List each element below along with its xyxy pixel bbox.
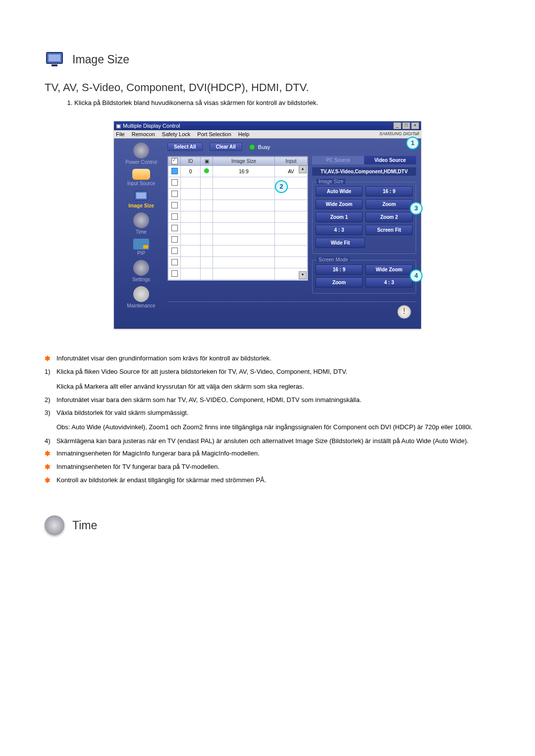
note-3a: Växla bildstorlek för vald skärm slumpmä… <box>56 408 490 418</box>
minimize-button[interactable]: _ <box>393 122 401 129</box>
menu-safety-lock[interactable]: Safety Lock <box>162 131 190 137</box>
screen-mode-group: 4 Screen Mode 16 : 9 Wide Zoom Zoom 4 : … <box>312 260 416 294</box>
input-source-icon <box>132 169 150 180</box>
sidebar-item-input-source[interactable]: Input Source <box>127 169 156 186</box>
row-checkbox[interactable] <box>171 202 178 208</box>
col-input[interactable]: Input <box>274 157 307 166</box>
row-checkbox[interactable] <box>171 168 178 174</box>
window-titlebar: ▣ Multiple Display Control _ □ × <box>114 121 421 130</box>
callout-3: 3 <box>410 202 423 215</box>
sidebar-item-settings[interactable]: Settings <box>132 260 150 282</box>
opt-wide-fit[interactable]: Wide Fit <box>316 238 365 248</box>
settings-icon <box>133 260 149 276</box>
col-checkbox[interactable] <box>168 157 181 166</box>
sidebar-item-image-size[interactable]: Image Size <box>128 190 154 208</box>
close-button[interactable]: × <box>411 122 419 129</box>
row-checkbox[interactable] <box>171 225 178 231</box>
table-row[interactable]: 0 16:9 AV <box>168 166 308 177</box>
window-controls: _ □ × <box>393 122 419 129</box>
info-icon[interactable]: ! <box>397 305 411 319</box>
busy-indicator: Busy <box>249 144 270 150</box>
video-source-label: TV,AV,S-Video,Component,HDMI,DTV <box>312 167 416 176</box>
opt-screen-fit[interactable]: Screen Fit <box>366 225 413 235</box>
note-star-2: Inmatningsenheten för MagicInfo fungerar… <box>56 449 490 459</box>
table-row[interactable] <box>168 257 308 268</box>
time-header: Time <box>45 515 490 535</box>
note-4: Skärmlägena kan bara justeras när en TV … <box>56 436 490 446</box>
num-bullet: 2) <box>45 395 53 405</box>
col-image-size[interactable]: Image Size <box>213 157 275 166</box>
clear-all-button[interactable]: Clear All <box>210 143 242 151</box>
power-icon <box>133 143 149 158</box>
mode-16-9[interactable]: 16 : 9 <box>316 264 363 275</box>
sidebar-item-time[interactable]: Time <box>133 212 149 235</box>
sidebar-item-power-control[interactable]: Power Control <box>125 143 157 165</box>
menu-port-selection[interactable]: Port Selection <box>197 131 231 137</box>
select-all-button[interactable]: Select All <box>167 143 203 151</box>
table-row[interactable] <box>168 223 308 234</box>
table-row[interactable] <box>168 268 308 280</box>
notes-list: ✱Inforutnätet visar den grundinformation… <box>45 353 490 377</box>
table-row[interactable] <box>168 246 308 257</box>
row-checkbox[interactable] <box>171 179 178 186</box>
maximize-button[interactable]: □ <box>402 122 410 129</box>
menu-file[interactable]: File <box>116 131 125 137</box>
scroll-up-button[interactable]: ▴ <box>299 165 307 173</box>
opt-zoom2[interactable]: Zoom 2 <box>366 212 413 222</box>
svg-rect-1 <box>49 54 60 61</box>
mode-4-3[interactable]: 4 : 3 <box>366 277 413 288</box>
table-row[interactable] <box>168 200 308 211</box>
tab-pc-source[interactable]: PC Source <box>312 156 364 164</box>
menu-remocon[interactable]: Remocon <box>132 131 155 137</box>
row-checkbox[interactable] <box>171 270 178 277</box>
row-checkbox[interactable] <box>171 259 178 265</box>
subtitle: TV, AV, S-Video, Component, DVI(HDCP), H… <box>45 81 490 94</box>
table-row[interactable] <box>168 280 308 281</box>
image-size-icon <box>134 190 149 202</box>
sidebar-item-pip[interactable]: PIP <box>133 239 149 256</box>
row-checkbox[interactable] <box>171 236 178 243</box>
tab-video-source[interactable]: Video Source <box>364 156 416 164</box>
mode-zoom[interactable]: Zoom <box>316 277 363 288</box>
num-bullet: 4) <box>45 436 53 446</box>
star-bullet-icon: ✱ <box>45 353 53 364</box>
opt-auto-wide[interactable]: Auto Wide <box>316 186 363 197</box>
right-panel: PC Source Video Source TV,AV,S-Video,Com… <box>312 156 416 294</box>
star-bullet-icon: ✱ <box>45 462 53 472</box>
row-checkbox[interactable] <box>171 213 178 220</box>
status-dot-icon <box>204 168 209 173</box>
note-1b: Klicka på Markera allt eller använd krys… <box>56 382 490 392</box>
svg-rect-4 <box>136 193 146 199</box>
star-bullet-icon: ✱ <box>45 449 53 459</box>
image-size-header: Image Size <box>45 50 490 69</box>
row-checkbox[interactable] <box>171 248 178 254</box>
note-3b: Obs: Auto Wide (Autovidvinkel), Zoom1 oc… <box>56 422 490 432</box>
menu-help[interactable]: Help <box>238 131 250 137</box>
section-title-time: Time <box>72 519 97 532</box>
opt-zoom1[interactable]: Zoom 1 <box>316 212 363 222</box>
opt-wide-zoom[interactable]: Wide Zoom <box>316 199 363 209</box>
maintenance-icon <box>133 286 149 302</box>
intro-list: Klicka på Bildstorlek bland huvudikonern… <box>54 99 490 106</box>
note-star-1: Inforutnätet visar den grundinformation … <box>56 353 490 364</box>
callout-4: 4 <box>410 269 423 282</box>
app-screenshot: ▣ Multiple Display Control _ □ × File Re… <box>114 121 421 329</box>
row-checkbox[interactable] <box>171 191 178 197</box>
window-title: Multiple Display Control <box>123 123 180 129</box>
note-2: Inforutnätet visar bara den skärm som ha… <box>56 395 490 405</box>
col-status-icon: ▣ <box>201 157 213 166</box>
busy-dot-icon <box>249 144 255 150</box>
scroll-down-button[interactable]: ▾ <box>299 271 307 279</box>
app-icon: ▣ <box>116 123 121 129</box>
opt-zoom[interactable]: Zoom <box>366 199 413 209</box>
menubar: File Remocon Safety Lock Port Selection … <box>114 130 421 139</box>
table-row[interactable] <box>168 211 308 223</box>
sidebar-item-maintenance[interactable]: Maintenance <box>127 286 155 308</box>
clock-icon <box>45 515 64 535</box>
opt-16-9[interactable]: 16 : 9 <box>366 186 413 197</box>
opt-4-3[interactable]: 4 : 3 <box>316 225 363 235</box>
time-icon <box>133 212 149 228</box>
table-row[interactable] <box>168 234 308 246</box>
mode-wide-zoom[interactable]: Wide Zoom <box>366 264 413 275</box>
col-id[interactable]: ID <box>181 157 201 166</box>
